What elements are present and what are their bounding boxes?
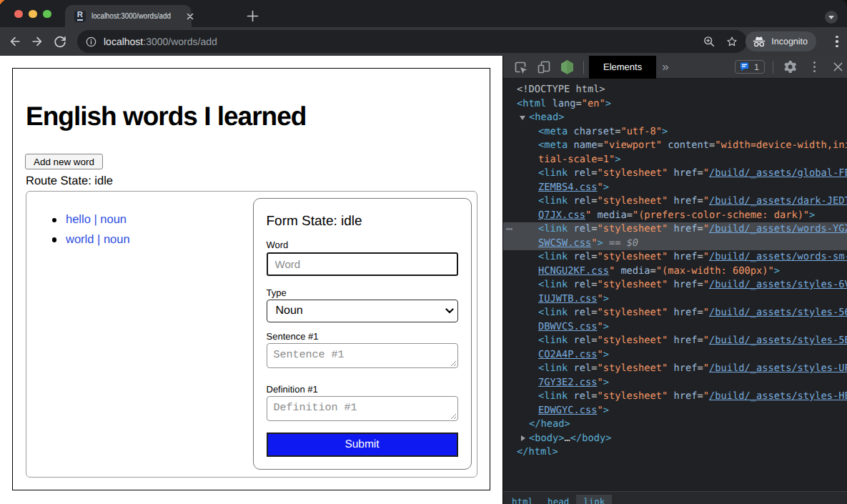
dom-tree-row[interactable]: <link rel="stylesheet" href="/build/_ass… (503, 306, 847, 320)
dom-tree-row[interactable]: <!DOCTYPE html> (503, 83, 847, 97)
window-minimize-button[interactable] (29, 10, 37, 19)
more-tabs-icon[interactable]: » (662, 64, 668, 71)
dom-segment-p: = (698, 167, 703, 179)
expand-arrow-icon[interactable] (521, 435, 525, 441)
dom-segment-p: = (575, 98, 581, 109)
dom-segment-t: <link (538, 390, 568, 402)
web-page: English words I learned Add new word Rou… (0, 56, 502, 504)
toolbar-separator (773, 61, 773, 74)
forward-button[interactable] (30, 34, 44, 49)
dom-tree-row[interactable]: HCNGU2KF.css" media="(max-width: 600px)"… (503, 265, 847, 279)
nodejs-devtools-icon[interactable] (560, 59, 575, 75)
dom-segment-a: href (668, 223, 697, 234)
dom-tree-row[interactable]: <link rel="stylesheet" href="/build/_ass… (503, 167, 847, 181)
browser-menu-icon[interactable] (836, 36, 838, 47)
dom-segment-l: DBWVCS.css (538, 321, 597, 332)
toolbar-separator (583, 61, 584, 74)
browser-tab[interactable]: R localhost:3000/words/add (65, 5, 192, 27)
dom-segment-l: /build/_assets/dark-JEDT (709, 195, 847, 207)
dom-tree-row[interactable]: IUJWTB.css"> (503, 292, 847, 307)
dom-tree-row[interactable]: <body>…</body> (503, 432, 847, 446)
dom-segment-d: <!DOCTYPE html> (517, 84, 605, 95)
word-link[interactable]: hello | noun (66, 213, 127, 226)
dom-tree-row[interactable]: CO2A4P.css"> (503, 348, 847, 362)
row-options-icon[interactable]: ⋯ (506, 222, 512, 237)
breadcrumb-html[interactable]: html (505, 495, 540, 504)
dom-tree-row[interactable]: EDWGYC.css"> (503, 404, 847, 418)
breadcrumb-link[interactable]: link (576, 495, 612, 504)
sentence-textarea[interactable]: Sentence #1 (267, 343, 458, 368)
settings-gear-icon[interactable] (783, 60, 797, 74)
dom-tree-row[interactable]: Q7JX.css" media="(prefers-color-scheme: … (503, 209, 847, 223)
chevron-down-icon (828, 16, 834, 19)
dom-tree-row[interactable]: ⋯<link rel="stylesheet" href="/build/_as… (503, 222, 847, 237)
dom-tree-row[interactable]: <meta charset="utf-8"> (503, 125, 847, 139)
devtools-close-icon[interactable] (833, 61, 843, 72)
dom-tree-row[interactable]: <meta name="viewport" content="width=dev… (503, 139, 847, 153)
window-zoom-button[interactable] (43, 10, 51, 19)
dom-tree-row[interactable]: <link rel="stylesheet" href="/build/_ass… (503, 250, 847, 265)
site-info-icon[interactable] (86, 36, 96, 47)
dom-segment-p: = (597, 139, 603, 151)
tab-strip: R localhost:3000/words/add (0, 0, 847, 27)
tab-search-button[interactable] (825, 11, 838, 24)
dom-segment-v: " (597, 349, 603, 360)
new-tab-button[interactable] (247, 10, 259, 22)
window-close-button[interactable] (14, 10, 23, 19)
dom-segment-t: > (615, 154, 620, 165)
dom-tree-row[interactable]: <html lang="en"> (503, 97, 847, 112)
dom-tree-row[interactable]: <link rel="stylesheet" href="/build/_ass… (503, 278, 847, 292)
submit-button[interactable]: Submit (267, 433, 458, 457)
zoom-icon[interactable] (703, 35, 715, 48)
word-link[interactable]: world | noun (66, 233, 130, 246)
dom-segment-v: "en" (582, 98, 605, 109)
dom-segment-l: HCNGU2KF.css (538, 265, 609, 277)
back-button[interactable] (8, 34, 22, 49)
dom-tree-row[interactable]: <link rel="stylesheet" href="/build/_ass… (503, 390, 847, 404)
dom-tree-row[interactable]: </html> (503, 445, 847, 460)
dom-segment-a: href (668, 167, 697, 179)
add-new-word-button[interactable]: Add new word (25, 154, 103, 169)
dom-segment-t: > (603, 293, 609, 305)
dom-tree-row[interactable]: </head> (503, 417, 847, 432)
issues-button[interactable]: 1 (735, 60, 765, 74)
inspect-element-icon[interactable] (513, 60, 527, 74)
resize-grip-icon[interactable] (450, 412, 457, 420)
dom-tree-row[interactable]: <link rel="stylesheet" href="/build/_ass… (503, 362, 847, 376)
dom-segment-v: "(prefers-color-scheme: dark)" (633, 209, 809, 221)
dom-segment-t: <link (538, 362, 568, 374)
type-select[interactable]: Noun (267, 300, 458, 322)
dom-tree-row[interactable]: ZEMBS4.css"> (503, 181, 847, 195)
dom-tree-row[interactable]: <link rel="stylesheet" href="/build/_ass… (503, 194, 847, 209)
breadcrumb-head[interactable]: head (540, 495, 576, 504)
dom-tree-row[interactable]: tial-scale=1"> (503, 153, 847, 167)
dom-segment-a: rel (568, 335, 591, 346)
dom-segment-t: <link (538, 195, 568, 207)
dom-segment-v: " (597, 377, 603, 388)
dom-tree-row[interactable]: SWCSW.css"> == $0 (503, 237, 847, 251)
dom-segment-l: /build/_assets/global-FE (709, 167, 847, 179)
tab-elements[interactable]: Elements (589, 56, 656, 79)
resize-grip-icon[interactable] (450, 360, 457, 367)
devtools-menu-icon[interactable] (813, 61, 816, 72)
dom-tree-row[interactable]: <head> (503, 111, 847, 125)
word-input[interactable] (267, 252, 458, 276)
collapse-arrow-icon[interactable] (520, 116, 525, 120)
dom-segment-a: media (615, 265, 650, 277)
device-toolbar-icon[interactable] (537, 60, 551, 74)
tab-close-icon[interactable] (184, 11, 196, 22)
dom-segment-l: /build/_assets/styles-UP (709, 362, 847, 374)
dom-segment-l: IUJWTB.css (538, 293, 597, 305)
dom-segment-t: <meta (538, 139, 568, 151)
dom-segment-v: "utf-8" (620, 126, 662, 137)
dom-tree-row[interactable]: DBWVCS.css"> (503, 320, 847, 335)
bookmark-star-icon[interactable] (725, 35, 738, 48)
dom-segment-l: EDWGYC.css (538, 405, 597, 416)
address-bar[interactable]: localhost:3000/words/add (77, 30, 747, 53)
dom-tree-row[interactable]: 7GY3E2.css"> (503, 376, 847, 390)
reload-button[interactable] (53, 34, 67, 49)
definition-textarea[interactable]: Definition #1 (267, 396, 458, 421)
dom-segment-a: href (668, 307, 697, 318)
dom-tree-row[interactable]: <link rel="stylesheet" href="/build/_ass… (503, 334, 847, 348)
dom-segment-v: "stylesheet" (597, 167, 668, 179)
